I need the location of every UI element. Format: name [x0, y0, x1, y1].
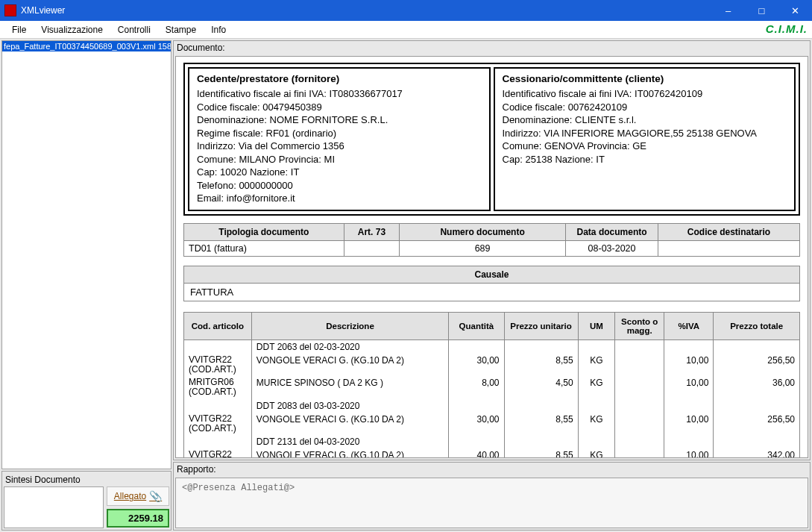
rapporto-textbox[interactable]: <@Presenza Allegati@> [175, 478, 808, 528]
paperclip-icon: 📎 [149, 490, 162, 502]
customer-title: Cessionario/committente (cliente) [503, 73, 787, 84]
minimize-button[interactable]: – [711, 0, 745, 21]
line-row: DDT 2083 del 03-03-2020 [184, 399, 800, 413]
document-viewer[interactable]: Cedente/prestatore (fornitore) Identific… [175, 56, 808, 458]
supplier-box: Cedente/prestatore (fornitore) Identific… [188, 67, 491, 211]
rapporto-label: Rapporto: [174, 463, 810, 476]
menu-visualizzazione[interactable]: Visualizzazione [34, 23, 110, 37]
line-row: VVITGR22(COD.ART.) VONGOLE VERACI G. (KG… [184, 448, 800, 458]
file-list[interactable]: fepa_Fatture_IT00374450689_003V1.xml 158 [1, 40, 171, 469]
menu-info[interactable]: Info [204, 23, 233, 37]
menu-controlli[interactable]: Controlli [110, 23, 158, 37]
line-row: DDT 2131 del 04-03-2020 [184, 435, 800, 448]
app-icon [4, 4, 16, 16]
brand-logo: C.I.M.I. [766, 22, 808, 35]
line-row: MRITGR06(COD.ART.) MURICE SPINOSO ( DA 2… [184, 376, 800, 398]
maximize-button[interactable]: □ [745, 0, 778, 21]
close-button[interactable]: ✕ [778, 0, 812, 21]
window-title: XMLviewer [21, 5, 711, 16]
customer-box: Cessionario/committente (cliente) Identi… [494, 67, 796, 211]
file-item-selected[interactable]: fepa_Fatture_IT00374450689_003V1.xml 158 [2, 41, 171, 51]
line-row: DDT 2063 del 02-03-2020 [184, 339, 800, 354]
menu-stampe[interactable]: Stampe [158, 23, 204, 37]
sintesi-textbox[interactable] [4, 486, 104, 528]
line-row: VVITGR22(COD.ART.) VONGOLE VERACI G. (KG… [184, 413, 800, 435]
allegato-label: Allegato [114, 491, 146, 501]
window-titlebar: XMLviewer – □ ✕ [0, 0, 812, 21]
sintesi-label: Sintesi Documento [4, 473, 169, 486]
causale-header: Causale [183, 266, 800, 284]
lines-table: Cod. articolo Descrizione Quantità Prezz… [183, 312, 800, 458]
rapporto-panel: Rapporto: <@Presenza Allegati@> [173, 462, 811, 531]
line-row: VVITGR22(COD.ART.) VONGOLE VERACI G. (KG… [184, 354, 800, 376]
documento-panel: Documento: Cedente/prestatore (fornitore… [173, 40, 811, 460]
menu-file[interactable]: File [4, 23, 34, 37]
docinfo-table: Tipologia documento Art. 73 Numero docum… [183, 223, 800, 257]
documento-label: Documento: [174, 41, 810, 54]
menubar: File Visualizzazione Controlli Stampe In… [0, 21, 812, 39]
allegato-link[interactable]: Allegato 📎 [107, 486, 169, 506]
total-amount: 2259.18 [107, 509, 169, 528]
causale-value: FATTURA [183, 284, 800, 301]
supplier-title: Cedente/prestatore (fornitore) [197, 73, 482, 84]
sintesi-panel: Sintesi Documento Allegato 📎 2259.18 [1, 471, 171, 531]
